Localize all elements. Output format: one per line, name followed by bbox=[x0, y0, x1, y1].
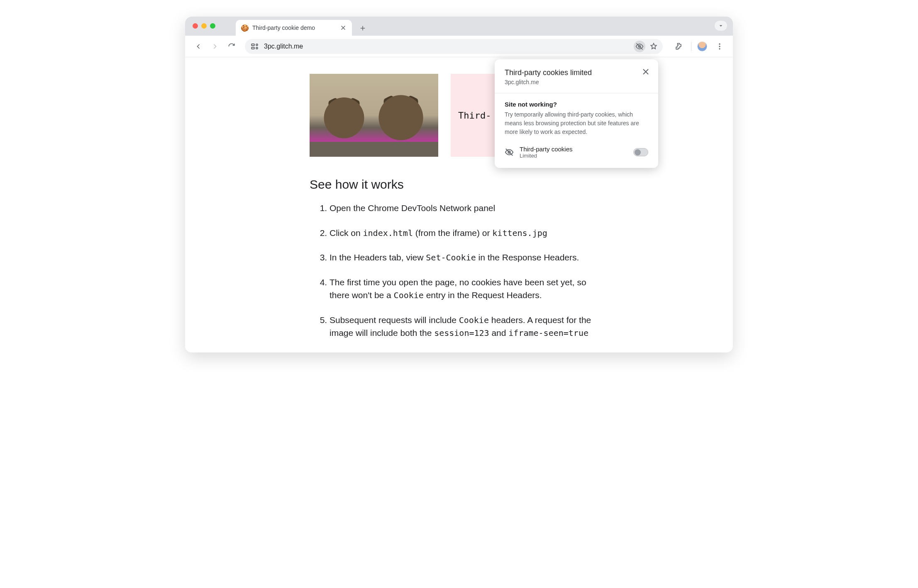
new-tab-button[interactable] bbox=[357, 22, 369, 34]
svg-point-7 bbox=[719, 48, 720, 49]
window-close-button[interactable] bbox=[193, 23, 198, 29]
step-code: Cookie bbox=[394, 290, 424, 300]
window-minimize-button[interactable] bbox=[201, 23, 207, 29]
window-zoom-button[interactable] bbox=[210, 23, 215, 29]
eye-slash-icon bbox=[505, 148, 514, 157]
step-code: Set-Cookie bbox=[426, 253, 476, 262]
cookies-popover: Third-party cookies limited 3pc.glitch.m… bbox=[495, 59, 658, 168]
cookies-toggle[interactable] bbox=[633, 148, 648, 156]
toolbar: 3pc.glitch.me bbox=[185, 36, 733, 57]
kittens-image bbox=[310, 74, 438, 157]
step-code: Cookie bbox=[459, 315, 489, 325]
popover-close-button[interactable] bbox=[641, 67, 651, 77]
svg-rect-1 bbox=[251, 47, 254, 49]
forward-button[interactable] bbox=[208, 40, 222, 53]
svg-rect-0 bbox=[251, 44, 254, 46]
step-code: iframe-seen=true bbox=[508, 328, 588, 338]
toggle-state: Limited bbox=[520, 153, 627, 159]
tab-title: Third-party cookie demo bbox=[252, 24, 336, 31]
svg-point-3 bbox=[256, 47, 258, 49]
step-4: The first time you open the page, no coo… bbox=[330, 276, 608, 302]
menu-button[interactable] bbox=[713, 40, 726, 53]
svg-point-5 bbox=[719, 43, 720, 44]
svg-point-6 bbox=[719, 46, 720, 47]
step-text: entry in the Request Headers. bbox=[424, 290, 542, 300]
avatar[interactable] bbox=[697, 41, 707, 51]
step-2: Click on index.html (from the iframe) or… bbox=[330, 226, 608, 240]
popover-divider bbox=[495, 93, 658, 93]
iframe-text: Third- bbox=[458, 110, 491, 121]
toggle-label: Third-party cookies bbox=[520, 146, 627, 153]
browser-window: 🍪 Third-party cookie demo bbox=[185, 17, 733, 352]
popover-description: Try temporarily allowing third-party coo… bbox=[505, 110, 648, 136]
cookies-toggle-row: Third-party cookies Limited bbox=[505, 146, 648, 159]
step-text: (from the iframe) or bbox=[413, 228, 492, 238]
step-text: In the Headers tab, view bbox=[330, 253, 426, 262]
section-heading: See how it works bbox=[310, 177, 608, 192]
extensions-icon[interactable] bbox=[672, 40, 685, 53]
step-code: kittens.jpg bbox=[492, 228, 547, 238]
popover-question: Site not working? bbox=[505, 101, 648, 108]
popover-title: Third-party cookies limited bbox=[505, 68, 648, 77]
step-5: Subsequent requests will include Cookie … bbox=[330, 313, 608, 340]
step-code: session=123 bbox=[434, 328, 489, 338]
toolbar-right bbox=[672, 40, 726, 53]
steps-list: Open the Chrome DevTools Network panel C… bbox=[310, 202, 608, 340]
step-code: index.html bbox=[363, 228, 413, 238]
bookmark-icon[interactable] bbox=[648, 41, 659, 52]
window-controls bbox=[193, 23, 215, 29]
titlebar: 🍪 Third-party cookie demo bbox=[185, 17, 733, 36]
step-text: in the Response Headers. bbox=[476, 253, 579, 262]
step-1: Open the Chrome DevTools Network panel bbox=[330, 202, 608, 215]
tabstrip: 🍪 Third-party cookie demo bbox=[236, 17, 369, 36]
step-3: In the Headers tab, view Set-Cookie in t… bbox=[330, 251, 608, 264]
site-info-icon[interactable] bbox=[250, 41, 260, 51]
tab-search-button[interactable] bbox=[715, 21, 727, 31]
toolbar-divider bbox=[691, 42, 691, 51]
step-text: Subsequent requests will include bbox=[330, 315, 459, 325]
tab-close-button[interactable] bbox=[339, 24, 347, 32]
browser-tab[interactable]: 🍪 Third-party cookie demo bbox=[236, 20, 352, 36]
step-text: and bbox=[489, 328, 509, 338]
cookies-blocked-icon[interactable] bbox=[634, 41, 645, 52]
back-button[interactable] bbox=[192, 40, 205, 53]
svg-point-2 bbox=[256, 44, 258, 46]
tab-favicon-icon: 🍪 bbox=[241, 24, 249, 32]
url-text[interactable]: 3pc.glitch.me bbox=[264, 43, 630, 50]
address-bar[interactable]: 3pc.glitch.me bbox=[245, 39, 663, 54]
step-text: Click on bbox=[330, 228, 363, 238]
reload-button[interactable] bbox=[225, 40, 238, 53]
popover-site: 3pc.glitch.me bbox=[505, 79, 648, 85]
